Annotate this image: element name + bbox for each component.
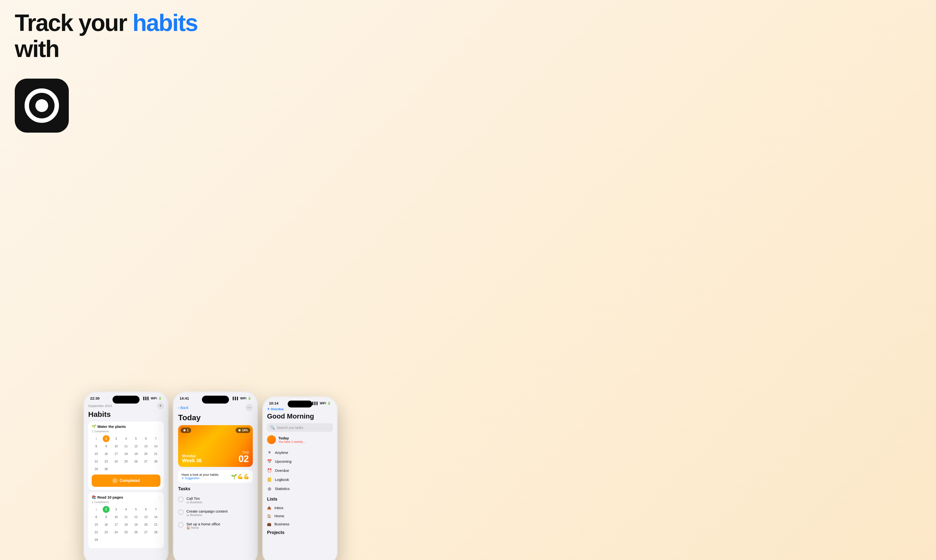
cal-day-5[interactable]: 5 <box>132 435 139 442</box>
cal-day-26[interactable]: 26 <box>132 458 139 465</box>
cal2-day-2-active[interactable]: 2 <box>103 506 109 513</box>
cal2-day-3[interactable]: 3 <box>113 506 120 513</box>
cal2-day-25[interactable]: 25 <box>123 529 129 536</box>
cal2-day-28[interactable]: 28 <box>152 529 159 536</box>
cal2-day-12[interactable]: 12 <box>132 514 139 520</box>
habit-card-read[interactable]: 📚 Read 10 pages › 1 Completions 1 2 3 4 … <box>88 492 164 548</box>
list-item-home[interactable]: 🏠 Home <box>267 512 333 520</box>
status-icons-1: ▌▌▌ WiFi 🔋 <box>143 397 162 400</box>
cal-day-12[interactable]: 12 <box>132 443 139 450</box>
cal-end-label-1: 1 <box>93 435 100 442</box>
cal-day-20[interactable]: 20 <box>143 451 149 457</box>
overdue-label: ✦ Overdue <box>267 407 333 411</box>
suggestion-text: Have a look at your habits <box>182 473 219 477</box>
task-circle-1[interactable] <box>178 497 183 502</box>
habit-name-row-2: 📚 Read 10 pages › <box>92 495 160 500</box>
cal2-day-11[interactable]: 11 <box>123 514 129 520</box>
add-habit-button[interactable]: + <box>157 402 164 409</box>
cal2-day-19[interactable]: 19 <box>132 521 139 528</box>
cal-day-28[interactable]: 28 <box>152 458 159 465</box>
signal-icon-3: ▌▌▌ <box>312 402 319 405</box>
task-item-campaign[interactable]: Create campaign content 🗂 Business <box>178 507 253 520</box>
cal2-day-22[interactable]: 22 <box>93 529 100 536</box>
cal-day-9[interactable]: 9 <box>103 443 109 450</box>
cal2-day-5[interactable]: 5 <box>132 506 139 513</box>
lists-section: 📥 Inbox 🏠 Home 💼 Business <box>267 504 333 528</box>
cal-day-2-active[interactable]: 2 <box>103 435 109 442</box>
cal-day-22[interactable]: 22 <box>93 458 100 465</box>
status-icons-3: ▌▌▌ WiFi 🔋 <box>312 402 331 405</box>
habit-emoji-2: 📚 <box>92 495 97 499</box>
list-item-inbox[interactable]: 📥 Inbox <box>267 504 333 512</box>
phone1-frame: 22:30 ▌▌▌ WiFi 🔋 September 2024 + Habits <box>83 391 169 560</box>
cal-day-29[interactable]: 29 <box>93 466 100 472</box>
cal2-day-27[interactable]: 27 <box>143 529 149 536</box>
task-circle-3[interactable] <box>178 522 183 528</box>
cal2-day-4[interactable]: 4 <box>123 506 129 513</box>
habit-name-row-1: 🌱 Water the plants › <box>92 425 160 429</box>
cal2-day-10[interactable]: 10 <box>113 514 120 520</box>
cal-day-4[interactable]: 4 <box>123 435 129 442</box>
cal-day-10[interactable]: 10 <box>113 443 120 450</box>
cal-day-27[interactable]: 27 <box>143 458 149 465</box>
cal-day-11[interactable]: 11 <box>123 443 129 450</box>
cal2-day-13[interactable]: 13 <box>143 514 149 520</box>
today-topbar: ‹ Back ··· <box>174 402 257 413</box>
phone-today: 14:41 ▌▌▌ WiFi 🔋 ‹ Back ··· <box>173 391 258 560</box>
completed-button[interactable]: ✓ Completed <box>92 474 160 487</box>
cal-day-17[interactable]: 17 <box>113 451 120 457</box>
today-title: Today <box>174 413 257 425</box>
cal2-day-14[interactable]: 14 <box>152 514 159 520</box>
nav-item-statistics[interactable]: ◎ Statistics <box>267 484 333 493</box>
task-circle-2[interactable] <box>178 509 183 515</box>
app-icon-ring <box>25 88 59 123</box>
cal2-day-16[interactable]: 16 <box>103 521 109 528</box>
cal2-day-17[interactable]: 17 <box>113 521 120 528</box>
suggestion-link[interactable]: ✦ Suggestion <box>182 477 219 480</box>
cal2-day-7[interactable]: 7 <box>152 506 159 513</box>
cal2-day-26[interactable]: 26 <box>132 529 139 536</box>
list-item-business[interactable]: 💼 Business <box>267 520 333 528</box>
status-time-2: 14:41 <box>180 396 189 400</box>
list-label-home: Home <box>274 514 284 518</box>
cal-day-6[interactable]: 6 <box>143 435 149 442</box>
cal-day-8[interactable]: 8 <box>93 443 100 450</box>
cal-day-16[interactable]: 16 <box>103 451 109 457</box>
cal-day-19[interactable]: 19 <box>132 451 139 457</box>
nav-item-overdue[interactable]: ⏰ Overdue <box>267 466 333 475</box>
cal2-day-9[interactable]: 9 <box>103 514 109 520</box>
cal-day-7[interactable]: 7 <box>152 435 159 442</box>
cal2-day-29[interactable]: 29 <box>93 537 100 543</box>
nav-item-upcoming[interactable]: 📅 Upcoming <box>267 457 333 466</box>
nav-item-anytime[interactable]: ≡ Anytime <box>267 448 333 457</box>
suggestion-card[interactable]: Have a look at your habits ✦ Suggestion … <box>178 470 253 483</box>
habit-card-water[interactable]: 🌱 Water the plants › 1 Completions 1 2 3… <box>88 422 164 490</box>
more-button[interactable]: ··· <box>245 404 253 411</box>
cal-day-14[interactable]: 14 <box>152 443 159 450</box>
cal-day-21[interactable]: 21 <box>152 451 159 457</box>
cal2-day-24[interactable]: 24 <box>113 529 120 536</box>
today-row[interactable]: Today You have 1 overdu... <box>267 435 333 444</box>
cal2-day-21[interactable]: 21 <box>152 521 159 528</box>
cal-day-18[interactable]: 18 <box>123 451 129 457</box>
cal-day-23[interactable]: 23 <box>103 458 109 465</box>
search-bar[interactable]: 🔍 Search you tasks <box>267 423 333 432</box>
cal-day-24[interactable]: 24 <box>113 458 120 465</box>
cal-day-3[interactable]: 3 <box>113 435 120 442</box>
cal2-day-15[interactable]: 15 <box>93 521 100 528</box>
overdue-icon: ⏰ <box>267 468 272 473</box>
cal-day-25[interactable]: 25 <box>123 458 129 465</box>
task-category-1: 🗂 Business <box>186 500 202 504</box>
nav-item-logbook[interactable]: 📒 Logbook <box>267 475 333 484</box>
cal2-day-23[interactable]: 23 <box>103 529 109 536</box>
cal-day-30[interactable]: 30 <box>103 466 109 472</box>
back-button[interactable]: ‹ Back <box>178 406 188 410</box>
task-item-call-tim[interactable]: Call Tim 🗂 Business <box>178 494 253 507</box>
cal-day-15[interactable]: 15 <box>93 451 100 457</box>
cal-day-13[interactable]: 13 <box>143 443 149 450</box>
cal2-day-8[interactable]: 8 <box>93 514 100 520</box>
task-item-home-office[interactable]: Set up a home office 🏠 Home <box>178 520 253 532</box>
cal2-day-20[interactable]: 20 <box>143 521 149 528</box>
cal2-day-6[interactable]: 6 <box>143 506 149 513</box>
cal2-day-18[interactable]: 18 <box>123 521 129 528</box>
